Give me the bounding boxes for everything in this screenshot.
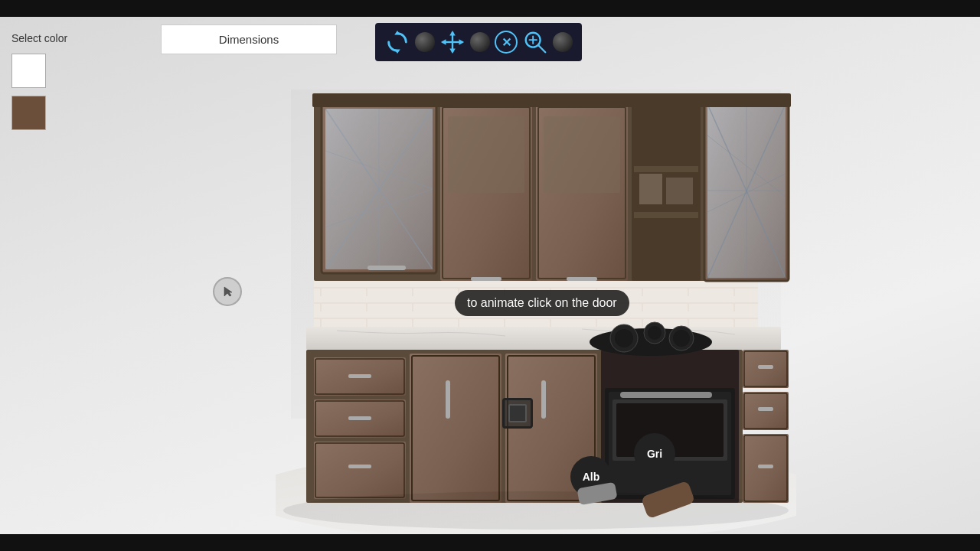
kitchen-scene[interactable] bbox=[276, 59, 796, 533]
cabinet-icon[interactable] bbox=[502, 398, 533, 429]
rotate-icon[interactable] bbox=[384, 29, 410, 55]
toolbar: ✕ bbox=[375, 23, 582, 61]
main-area: Select color Dimensions bbox=[0, 17, 980, 534]
color-swatch-white[interactable] bbox=[11, 54, 46, 88]
svg-rect-73 bbox=[620, 392, 712, 398]
svg-rect-51 bbox=[306, 327, 781, 350]
badge-gri[interactable]: Gri bbox=[634, 433, 675, 474]
svg-rect-67 bbox=[541, 380, 546, 419]
top-bar bbox=[0, 0, 980, 17]
move-icon[interactable] bbox=[439, 29, 466, 55]
svg-rect-38 bbox=[634, 212, 698, 218]
svg-rect-40 bbox=[666, 178, 693, 204]
svg-rect-39 bbox=[639, 174, 662, 204]
dimensions-button[interactable]: Dimensions bbox=[161, 24, 337, 54]
svg-marker-6 bbox=[441, 39, 446, 45]
svg-marker-7 bbox=[459, 39, 465, 45]
svg-point-80 bbox=[673, 330, 690, 347]
svg-line-9 bbox=[538, 45, 545, 52]
ball-icon-2[interactable] bbox=[470, 32, 490, 52]
svg-rect-50 bbox=[312, 93, 791, 107]
select-color-label: Select color bbox=[11, 32, 142, 44]
svg-point-90 bbox=[283, 491, 789, 530]
svg-point-76 bbox=[615, 329, 633, 347]
svg-rect-35 bbox=[567, 277, 597, 281]
svg-rect-31 bbox=[471, 277, 501, 281]
svg-rect-83 bbox=[758, 365, 773, 369]
svg-marker-4 bbox=[449, 31, 456, 36]
svg-rect-55 bbox=[348, 374, 371, 378]
svg-rect-86 bbox=[758, 407, 773, 411]
svg-rect-64 bbox=[446, 380, 450, 419]
svg-rect-37 bbox=[634, 166, 698, 172]
svg-marker-5 bbox=[449, 49, 456, 54]
ball-icon-1[interactable] bbox=[415, 32, 435, 52]
svg-rect-62 bbox=[410, 354, 501, 503]
svg-rect-58 bbox=[348, 416, 371, 420]
color-swatch-brown[interactable] bbox=[11, 96, 46, 130]
left-panel: Select color bbox=[0, 17, 153, 534]
svg-point-78 bbox=[648, 326, 662, 340]
svg-rect-30 bbox=[448, 116, 524, 193]
svg-rect-27 bbox=[368, 266, 406, 270]
cursor-indicator bbox=[213, 277, 242, 306]
cabinet-icon-inner bbox=[508, 404, 527, 422]
svg-rect-59 bbox=[314, 442, 406, 499]
ball-icon-3[interactable] bbox=[553, 32, 573, 52]
zoom-icon[interactable] bbox=[522, 29, 548, 55]
bottom-bar bbox=[0, 534, 980, 551]
svg-rect-89 bbox=[758, 465, 773, 468]
close-icon[interactable]: ✕ bbox=[495, 31, 518, 54]
svg-rect-34 bbox=[544, 116, 620, 193]
svg-rect-61 bbox=[348, 465, 371, 468]
